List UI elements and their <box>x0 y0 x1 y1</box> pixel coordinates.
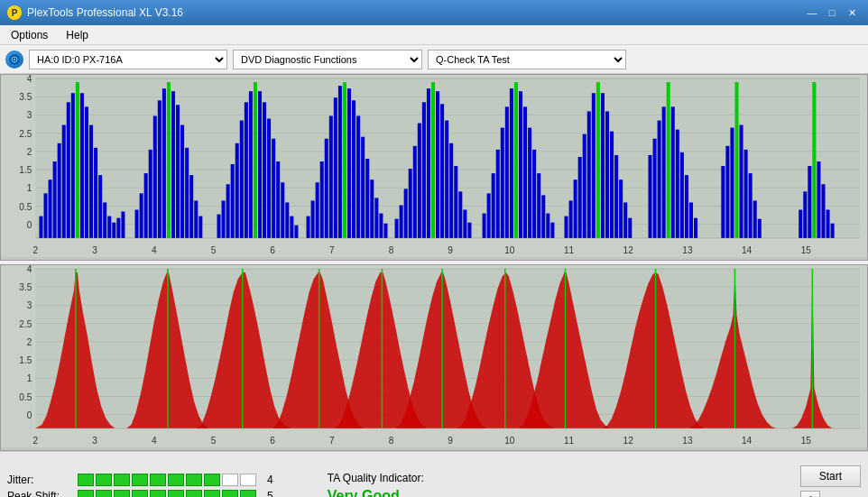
svg-rect-64 <box>167 82 171 238</box>
svg-rect-58 <box>140 193 143 238</box>
svg-rect-79 <box>249 91 253 238</box>
peak-seg-4 <box>132 490 148 497</box>
svg-text:4: 4 <box>152 245 157 255</box>
svg-rect-144 <box>578 157 582 238</box>
svg-rect-81 <box>258 91 262 238</box>
svg-rect-68 <box>185 148 189 238</box>
peak-shift-label: Peak Shift: <box>7 490 70 497</box>
svg-rect-70 <box>194 200 198 237</box>
svg-rect-143 <box>574 179 577 238</box>
svg-rect-82 <box>263 102 266 238</box>
jitter-seg-10 <box>240 474 256 486</box>
svg-text:12: 12 <box>623 245 634 255</box>
svg-text:8: 8 <box>389 436 394 446</box>
svg-text:6: 6 <box>270 436 275 446</box>
svg-rect-101 <box>356 115 360 237</box>
svg-text:7: 7 <box>329 245 335 255</box>
svg-text:2: 2 <box>27 337 32 347</box>
peak-shift-row: Peak Shift: 5 <box>7 490 273 497</box>
svg-text:2: 2 <box>27 147 32 157</box>
svg-rect-118 <box>440 104 444 238</box>
svg-rect-48 <box>85 106 88 238</box>
svg-rect-95 <box>329 115 333 237</box>
jitter-seg-1 <box>78 474 94 486</box>
svg-rect-73 <box>222 200 226 237</box>
svg-rect-72 <box>217 215 220 238</box>
svg-rect-94 <box>325 139 328 238</box>
minimize-button[interactable]: — <box>803 5 821 21</box>
svg-rect-104 <box>370 179 374 238</box>
svg-rect-111 <box>409 169 412 238</box>
svg-text:10: 10 <box>504 436 515 446</box>
svg-rect-75 <box>231 164 235 238</box>
start-button[interactable]: Start <box>800 465 861 487</box>
svg-rect-65 <box>171 91 175 238</box>
menu-options[interactable]: Options <box>4 27 55 43</box>
close-button[interactable]: ✕ <box>843 5 861 21</box>
jitter-seg-8 <box>204 474 220 486</box>
svg-rect-117 <box>436 91 439 238</box>
jitter-seg-9 <box>222 474 238 486</box>
info-icon-button[interactable]: i <box>800 491 820 497</box>
svg-rect-151 <box>610 132 614 238</box>
svg-rect-109 <box>400 205 403 237</box>
svg-rect-90 <box>307 216 310 238</box>
svg-rect-124 <box>467 223 471 238</box>
svg-rect-132 <box>514 82 518 238</box>
svg-text:3: 3 <box>92 436 97 446</box>
svg-rect-175 <box>758 219 762 238</box>
maximize-button[interactable]: □ <box>823 5 841 21</box>
jitter-label: Jitter: <box>7 474 70 486</box>
svg-rect-158 <box>658 121 661 238</box>
svg-text:7: 7 <box>329 436 335 446</box>
svg-rect-43 <box>62 125 66 238</box>
svg-rect-40 <box>49 179 52 238</box>
svg-rect-85 <box>276 161 280 238</box>
svg-rect-93 <box>320 161 324 238</box>
svg-rect-176 <box>799 210 802 238</box>
drive-select[interactable]: HA:0 ID:0 PX-716A <box>29 50 227 69</box>
svg-text:14: 14 <box>742 436 753 446</box>
svg-rect-166 <box>694 218 697 238</box>
jitter-seg-3 <box>114 474 130 486</box>
svg-rect-126 <box>487 193 491 238</box>
svg-rect-172 <box>744 150 748 238</box>
test-select[interactable]: Q-Check TA Test <box>428 50 626 69</box>
peak-seg-10 <box>240 490 256 497</box>
svg-rect-59 <box>144 173 148 238</box>
svg-text:3: 3 <box>27 301 32 311</box>
svg-rect-60 <box>149 150 152 238</box>
charts-wrapper: 4 3.5 3 2.5 2 1.5 1 0.5 0 2 3 4 5 6 7 8 … <box>0 74 868 451</box>
svg-rect-62 <box>158 100 162 238</box>
jitter-seg-6 <box>168 474 184 486</box>
svg-rect-134 <box>523 106 527 238</box>
svg-text:3: 3 <box>27 111 32 121</box>
bottom-chart: 4 3.5 3 2.5 2 1.5 1 0.5 0 2 3 4 5 6 7 8 … <box>0 264 868 451</box>
svg-rect-91 <box>311 200 315 237</box>
title-bar-left: P PlexTools Professional XL V3.16 <box>7 5 183 20</box>
svg-rect-157 <box>653 139 657 238</box>
svg-text:5: 5 <box>211 245 217 255</box>
svg-text:2: 2 <box>33 245 39 255</box>
svg-text:9: 9 <box>448 436 453 446</box>
svg-rect-155 <box>628 218 632 238</box>
svg-rect-136 <box>532 150 536 238</box>
svg-rect-76 <box>235 143 239 238</box>
svg-text:13: 13 <box>682 245 693 255</box>
svg-rect-44 <box>67 102 70 238</box>
peak-seg-8 <box>204 490 220 497</box>
jitter-meter <box>78 474 256 486</box>
peak-seg-6 <box>168 490 184 497</box>
menu-help[interactable]: Help <box>59 27 96 43</box>
window-controls: — □ ✕ <box>803 5 861 21</box>
peak-seg-2 <box>96 490 112 497</box>
svg-rect-71 <box>199 216 202 238</box>
svg-text:1: 1 <box>27 183 32 193</box>
svg-rect-147 <box>592 93 596 238</box>
function-select[interactable]: DVD Diagnostic Functions <box>233 50 422 69</box>
bottom-chart-svg: 4 3.5 3 2.5 2 1.5 1 0.5 0 2 3 4 5 6 7 8 … <box>1 265 867 447</box>
svg-rect-142 <box>569 200 573 237</box>
svg-rect-130 <box>505 106 509 238</box>
top-chart-svg: 4 3.5 3 2.5 2 1.5 1 0.5 0 2 3 4 5 6 7 8 … <box>1 75 867 257</box>
svg-rect-87 <box>285 202 289 237</box>
